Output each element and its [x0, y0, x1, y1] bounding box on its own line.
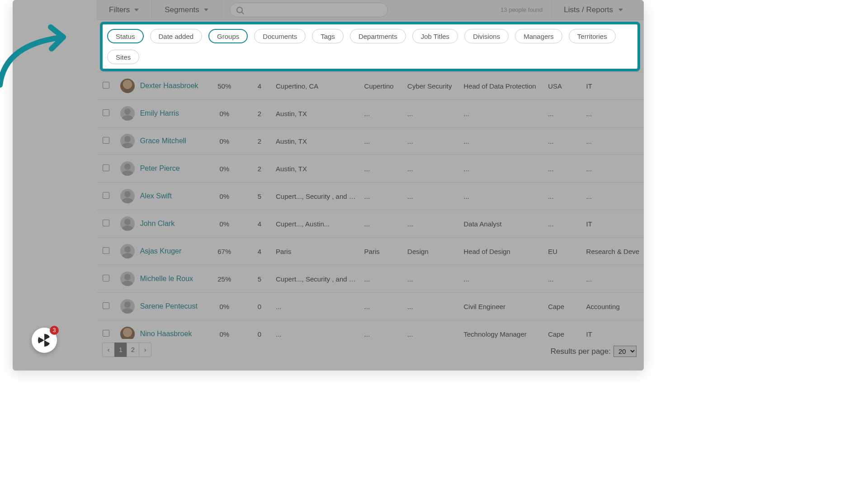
row-checkbox[interactable]	[103, 220, 109, 226]
chevron-down-icon	[618, 9, 623, 11]
help-logo-icon	[38, 334, 51, 347]
cell-groups: ...	[273, 293, 362, 320]
person-link[interactable]: Emily Harris	[140, 109, 179, 117]
cell-territory: Cape	[545, 293, 583, 320]
filter-chip-documents[interactable]: Documents	[254, 29, 306, 43]
filter-chip-tags[interactable]: Tags	[312, 29, 344, 43]
page-2[interactable]: 2	[127, 343, 139, 357]
row-checkbox[interactable]	[103, 137, 109, 144]
cell-files: 2	[246, 155, 273, 183]
main-panel: Filters Segments 13 people found Lists /…	[96, 0, 644, 371]
table-row: Asjas Kruger67%4ParisParisDesignHead of …	[96, 238, 644, 265]
search-area	[222, 3, 500, 17]
row-checkbox[interactable]	[103, 82, 109, 89]
filter-chip-job-titles[interactable]: Job Titles	[412, 29, 458, 43]
filter-chip-divisions[interactable]: Divisions	[464, 29, 509, 43]
cell-territory: ...	[545, 127, 583, 155]
cell-job: ...	[461, 100, 546, 127]
cell-site: Cupertino	[362, 72, 405, 100]
person-link[interactable]: Nino Haasbroek	[140, 330, 192, 338]
row-checkbox[interactable]	[103, 164, 109, 171]
cell-department: IT	[584, 210, 644, 238]
cell-territory: ...	[545, 155, 583, 183]
cell-site: Paris	[362, 238, 405, 265]
cell-files: 5	[246, 183, 273, 210]
person-link[interactable]: Asjas Kruger	[140, 247, 182, 255]
cell-department: ...	[584, 100, 644, 127]
person-link[interactable]: Dexter Haasbroek	[140, 82, 198, 90]
filter-chip-bar: StatusDate addedGroupsDocumentsTagsDepar…	[100, 22, 640, 71]
cell-files: 0	[246, 320, 273, 339]
table-row: Alex Swift0%5Cupert..., Security , and 3…	[96, 183, 644, 210]
page-next[interactable]: ›	[139, 343, 151, 357]
cell-territory: ...	[545, 183, 583, 210]
cell-job: Civil Engineer	[461, 293, 546, 320]
row-checkbox[interactable]	[103, 302, 109, 309]
cell-territory: ...	[545, 265, 583, 293]
cell-job: Data Analyst	[461, 210, 546, 238]
cell-groups: Austin, TX	[273, 100, 362, 127]
segments-button[interactable]: Segments	[152, 0, 222, 20]
filter-chip-departments[interactable]: Departments	[350, 29, 406, 43]
cell-completion: 67%	[203, 238, 246, 265]
cell-department: ...	[584, 155, 644, 183]
page-1[interactable]: 1	[114, 343, 127, 357]
cell-files: 4	[246, 238, 273, 265]
cell-department: ...	[584, 183, 644, 210]
person-link[interactable]: Peter Pierce	[140, 164, 180, 173]
cell-division: ...	[405, 320, 461, 339]
avatar	[120, 79, 135, 93]
cell-completion: 0%	[203, 183, 246, 210]
cell-job: Technology Manager	[461, 320, 546, 339]
cell-site: ...	[362, 320, 405, 339]
cell-division: ...	[405, 210, 461, 238]
row-checkbox[interactable]	[103, 247, 109, 254]
cell-files: 0	[246, 293, 273, 320]
cell-division: Cyber Security	[405, 72, 461, 100]
rpp-label: Results per page:	[551, 347, 611, 356]
cell-groups: Austin, TX	[273, 155, 362, 183]
cell-division: ...	[405, 127, 461, 155]
filter-chip-groups[interactable]: Groups	[208, 29, 248, 43]
cell-completion: 0%	[203, 100, 246, 127]
row-checkbox[interactable]	[103, 275, 109, 282]
person-link[interactable]: John Clark	[140, 220, 175, 228]
rpp-select[interactable]: 20	[613, 346, 637, 357]
filter-chip-date-added[interactable]: Date added	[150, 29, 203, 43]
filter-chip-sites[interactable]: Sites	[107, 50, 139, 64]
cell-division: ...	[405, 265, 461, 293]
row-checkbox[interactable]	[103, 330, 109, 337]
page-prev[interactable]: ‹	[102, 343, 115, 357]
cell-division: ...	[405, 100, 461, 127]
person-link[interactable]: Sarene Pentecust	[140, 302, 198, 310]
cell-division: ...	[405, 183, 461, 210]
row-checkbox[interactable]	[103, 109, 109, 116]
cell-territory: EU	[545, 238, 583, 265]
filter-chip-territories[interactable]: Territories	[569, 29, 616, 43]
avatar	[120, 189, 135, 203]
search-input[interactable]	[230, 3, 388, 17]
filter-chip-managers[interactable]: Managers	[515, 29, 562, 43]
person-link[interactable]: Alex Swift	[140, 192, 172, 200]
help-widget[interactable]: 3	[32, 328, 57, 353]
cell-files: 5	[246, 265, 273, 293]
toolbar: Filters Segments 13 people found Lists /…	[96, 0, 644, 20]
person-link[interactable]: Michelle le Roux	[140, 275, 193, 283]
table-row: Michelle le Roux25%5Cupert..., Security …	[96, 265, 644, 293]
table-row: Grace Mitchell0%2Austin, TX.............…	[96, 127, 644, 155]
cell-site: ...	[362, 293, 405, 320]
cell-department: ...	[584, 127, 644, 155]
filter-chip-status[interactable]: Status	[107, 29, 144, 43]
lists-reports-button[interactable]: Lists / Reports	[552, 0, 635, 20]
filters-button[interactable]: Filters	[96, 0, 152, 20]
table-row: Peter Pierce0%2Austin, TX...............	[96, 155, 644, 183]
person-link[interactable]: Grace Mitchell	[140, 137, 186, 145]
avatar	[120, 244, 135, 258]
cell-department: Research & Deve	[584, 238, 644, 265]
cell-site: ...	[362, 265, 405, 293]
cell-files: 4	[246, 72, 273, 100]
cell-site: ...	[362, 210, 405, 238]
cell-job: Head of Data Protection	[461, 72, 546, 100]
cell-division: ...	[405, 155, 461, 183]
row-checkbox[interactable]	[103, 192, 109, 199]
